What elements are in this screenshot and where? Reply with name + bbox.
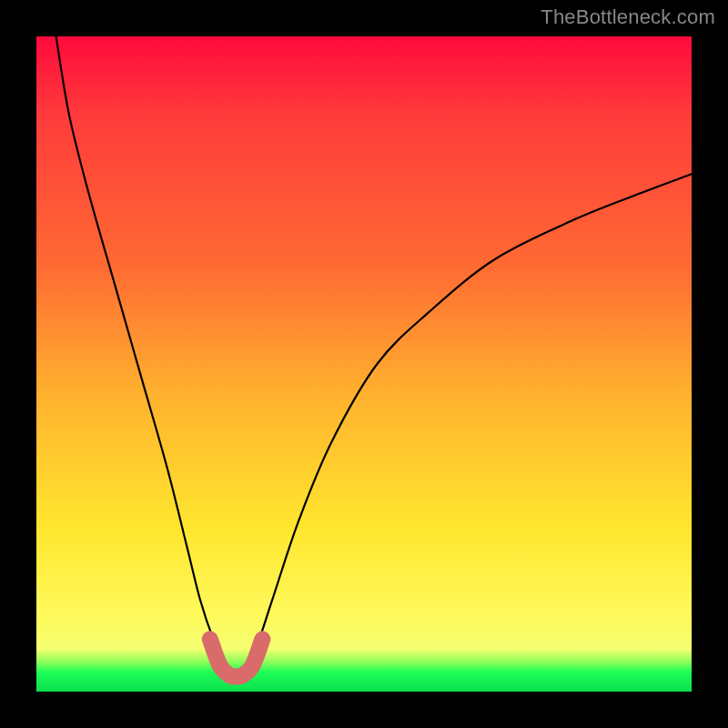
highlight-band <box>210 639 263 676</box>
bottleneck-curve <box>56 36 692 675</box>
plot-area <box>36 36 692 692</box>
watermark-text: TheBottleneck.com <box>541 5 715 29</box>
chart-frame: TheBottleneck.com <box>0 0 728 728</box>
curve-layer <box>36 36 692 692</box>
